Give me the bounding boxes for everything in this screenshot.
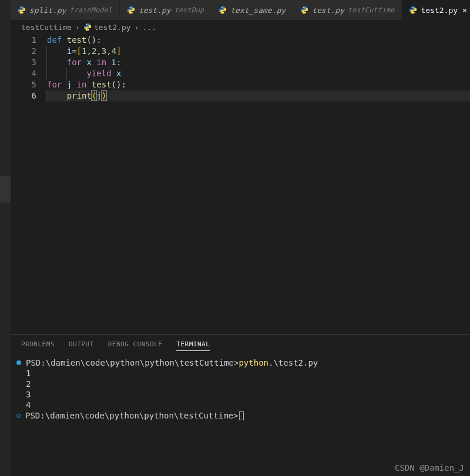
bottom-panel: PROBLEMS OUTPUT DEBUG CONSOLE TERMINAL P… xyxy=(11,334,470,476)
tab-sublabel: testCuttime xyxy=(348,6,394,14)
line-number: 2 xyxy=(11,46,36,57)
panel-tab-problems[interactable]: PROBLEMS xyxy=(21,338,55,350)
code-line: for j in test(): xyxy=(47,79,470,90)
line-number: 5 xyxy=(11,79,36,90)
code-body[interactable]: def test(): i=[1,2,3,4] for x in i: yiel… xyxy=(47,35,470,334)
code-line: yield x xyxy=(47,68,470,79)
line-number: 4 xyxy=(11,68,36,79)
code-line-active: print(j) xyxy=(47,90,470,102)
line-number: 1 xyxy=(11,35,36,46)
svg-point-5 xyxy=(223,12,224,13)
code-line: for x in i: xyxy=(47,57,470,68)
line-number-gutter: 1 2 3 4 5 6 xyxy=(11,35,47,334)
terminal-output: 2 xyxy=(26,379,31,389)
terminal-line: 2 xyxy=(16,379,464,389)
terminal-line: PS D:\damien\code\python\python\testCutt… xyxy=(16,357,464,368)
svg-point-6 xyxy=(303,7,304,8)
terminal-prompt-path: D:\damien\code\python\python\testCuttime… xyxy=(35,410,239,421)
tab-test-py-dup[interactable]: test.py testDup xyxy=(120,0,212,20)
code-line: def test(): xyxy=(47,35,470,46)
code-line: i=[1,2,3,4] xyxy=(47,46,470,57)
terminal-prompt-ps: PS xyxy=(26,357,36,368)
editor-tab-bar: split.py trainModel test.py testDup text… xyxy=(11,0,470,21)
panel-tab-terminal[interactable]: TERMINAL xyxy=(176,338,210,351)
terminal-output: 1 xyxy=(26,368,31,379)
prompt-dot-hollow-icon xyxy=(16,414,21,418)
tab-label: test.py xyxy=(312,6,344,15)
line-number: 6 xyxy=(11,90,36,102)
svg-point-1 xyxy=(22,12,23,13)
chevron-right-icon: › xyxy=(75,23,80,32)
tab-label: test2.py xyxy=(421,6,458,15)
close-icon[interactable]: × xyxy=(462,6,467,15)
svg-point-8 xyxy=(412,7,412,8)
terminal-line: 4 xyxy=(16,400,464,410)
svg-point-2 xyxy=(130,7,130,8)
tab-test2-py[interactable]: test2.py × xyxy=(402,0,470,20)
code-editor[interactable]: 1 2 3 4 5 6 def test(): i=[1,2,3,4] for … xyxy=(11,33,470,334)
breadcrumb-folder: testCuttime xyxy=(21,23,72,32)
panel-tab-bar: PROBLEMS OUTPUT DEBUG CONSOLE TERMINAL xyxy=(11,335,470,354)
python-file-icon xyxy=(409,6,417,14)
terminal-prompt-path: D:\damien\code\python\python\testCuttime… xyxy=(36,357,239,368)
tab-test-py-cuttime[interactable]: test.py testCuttime xyxy=(293,0,402,20)
tab-sublabel: trainModel xyxy=(70,6,112,14)
svg-point-12 xyxy=(86,24,87,25)
chevron-right-icon: › xyxy=(135,23,139,32)
terminal-line: 1 xyxy=(16,368,464,379)
tab-label: split.py xyxy=(29,6,66,15)
svg-point-9 xyxy=(414,12,415,13)
activity-bar-selection xyxy=(0,176,11,202)
breadcrumb[interactable]: testCuttime › test2.py › ... xyxy=(11,21,470,33)
panel-tab-debug-console[interactable]: DEBUG CONSOLE xyxy=(108,338,163,350)
terminal-cursor xyxy=(239,411,244,420)
prompt-dot-icon xyxy=(16,360,21,365)
tab-split-py[interactable]: split.py trainModel xyxy=(11,0,120,20)
svg-point-3 xyxy=(132,12,132,13)
python-file-icon xyxy=(127,6,135,14)
panel-tab-output[interactable]: OUTPUT xyxy=(69,338,94,350)
tab-text-same-py[interactable]: text_same.py xyxy=(212,0,293,20)
activity-bar xyxy=(0,0,11,476)
terminal-line: 3 xyxy=(16,389,464,400)
python-file-icon xyxy=(83,23,92,31)
terminal[interactable]: PS D:\damien\code\python\python\testCutt… xyxy=(11,354,470,461)
watermark: CSDN @Damien_J xyxy=(11,461,470,476)
svg-point-13 xyxy=(88,29,89,30)
terminal-cmd-arg: .\test2.py xyxy=(268,357,318,368)
svg-point-0 xyxy=(21,7,21,8)
tab-sublabel: testDup xyxy=(174,6,204,14)
breadcrumb-ellipsis: ... xyxy=(142,23,156,32)
svg-point-7 xyxy=(305,12,306,13)
python-file-icon xyxy=(219,6,227,14)
breadcrumb-file: test2.py xyxy=(94,23,131,32)
svg-point-4 xyxy=(221,7,222,8)
python-file-icon xyxy=(18,6,26,14)
terminal-line: PS D:\damien\code\python\python\testCutt… xyxy=(16,410,464,421)
terminal-output: 4 xyxy=(26,400,31,410)
terminal-prompt-ps: PS xyxy=(25,410,35,421)
terminal-cmd-python: python xyxy=(239,357,268,368)
terminal-output: 3 xyxy=(26,389,31,400)
tab-label: test.py xyxy=(139,6,171,15)
python-file-icon xyxy=(300,6,308,14)
line-number: 3 xyxy=(11,57,36,68)
tab-label: text_same.py xyxy=(230,6,286,15)
